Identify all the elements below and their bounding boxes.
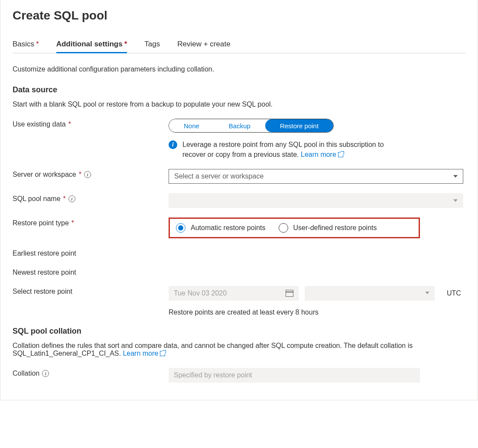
tabs: Basics* Additional settings* Tags Review… — [13, 36, 465, 53]
radio-user-defined-label: User-defined restore points — [293, 224, 377, 232]
seg-backup[interactable]: Backup — [214, 119, 265, 132]
info-icon[interactable]: i — [84, 171, 91, 178]
radio-automatic[interactable]: Automatic restore points — [176, 223, 266, 233]
info-icon: i — [169, 140, 177, 149]
tab-additional-label: Additional settings — [56, 40, 123, 48]
restore-point-type-group: Automatic restore points User-defined re… — [169, 218, 420, 238]
use-existing-data-label: Use existing data — [13, 120, 66, 128]
earliest-restore-point-label: Earliest restore point — [13, 250, 76, 257]
tab-review-create[interactable]: Review + create — [177, 36, 230, 53]
use-existing-data-toggle: None Backup Restore point — [169, 119, 334, 133]
server-label: Server or workspace — [13, 171, 76, 179]
select-restore-point-label: Select restore point — [13, 288, 72, 295]
intro-text: Customize additional configuration param… — [13, 65, 465, 73]
restore-point-type-label: Restore point type — [13, 219, 69, 227]
collation-learn-more-link[interactable]: Learn more — [123, 350, 165, 357]
tab-basics[interactable]: Basics* — [13, 36, 39, 53]
tab-tags-label: Tags — [144, 40, 160, 48]
section-collation: SQL pool collation — [13, 327, 465, 336]
required-indicator: * — [72, 219, 74, 227]
radio-icon — [279, 223, 288, 233]
restore-date-input[interactable]: Tue Nov 03 2020 — [169, 286, 299, 301]
tab-additional-settings[interactable]: Additional settings* — [56, 36, 127, 53]
required-indicator: * — [63, 195, 66, 203]
server-workspace-select[interactable]: Select a server or workspace — [169, 169, 463, 184]
tab-basics-label: Basics — [13, 40, 34, 48]
external-link-icon — [338, 152, 343, 157]
sql-pool-name-label: SQL pool name — [13, 195, 61, 203]
seg-restore-point[interactable]: Restore point — [265, 119, 333, 132]
data-source-desc: Start with a blank SQL pool or restore f… — [13, 101, 465, 108]
info-icon[interactable]: i — [68, 195, 75, 202]
timezone-label: UTC — [447, 289, 461, 297]
tab-review-label: Review + create — [177, 40, 230, 48]
radio-automatic-label: Automatic restore points — [191, 224, 266, 232]
restore-date-value: Tue Nov 03 2020 — [174, 289, 227, 297]
newest-restore-point-label: Newest restore point — [13, 269, 76, 276]
info-icon[interactable]: i — [42, 370, 49, 377]
radio-icon — [176, 223, 185, 233]
required-indicator: * — [79, 171, 81, 179]
restore-info-text: Leverage a restore point from any SQL po… — [182, 140, 394, 159]
learn-more-link[interactable]: Learn more — [301, 151, 343, 158]
restore-time-select[interactable] — [305, 286, 435, 301]
required-indicator: * — [124, 40, 127, 48]
collation-desc: Collation defines the rules that sort an… — [13, 342, 465, 357]
section-data-source: Data source — [13, 85, 465, 94]
calendar-icon — [286, 290, 293, 297]
collation-input: Specified by restore point — [169, 368, 420, 383]
external-link-icon — [160, 351, 165, 356]
sql-pool-name-select[interactable] — [169, 193, 463, 208]
page-title: Create SQL pool — [13, 9, 465, 23]
collation-label: Collation — [13, 370, 39, 377]
radio-user-defined[interactable]: User-defined restore points — [279, 223, 377, 233]
tab-tags[interactable]: Tags — [144, 36, 160, 53]
seg-none[interactable]: None — [169, 119, 214, 132]
required-indicator: * — [68, 120, 71, 128]
required-indicator: * — [36, 40, 39, 48]
restore-point-hint: Restore points are created at least ever… — [169, 308, 463, 316]
